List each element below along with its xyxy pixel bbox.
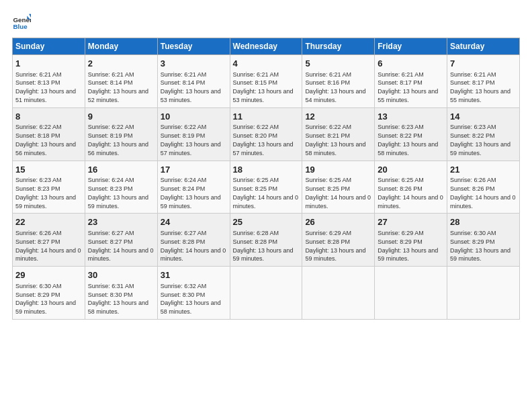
calendar-cell: 6Sunrise: 6:21 AMSunset: 8:17 PMDaylight…: [375, 55, 447, 108]
calendar-cell: 24Sunrise: 6:27 AMSunset: 8:28 PMDayligh…: [157, 214, 230, 267]
calendar-cell: 29Sunrise: 6:30 AMSunset: 8:29 PMDayligh…: [13, 267, 85, 320]
calendar-header: SundayMondayTuesdayWednesdayThursdayFrid…: [13, 38, 520, 55]
calendar-cell: 28Sunrise: 6:30 AMSunset: 8:29 PMDayligh…: [447, 214, 520, 267]
header-row: SundayMondayTuesdayWednesdayThursdayFrid…: [13, 38, 520, 55]
day-info: Sunrise: 6:30 AMSunset: 8:29 PMDaylight:…: [15, 283, 76, 315]
day-number: 16: [88, 164, 154, 176]
day-number: 13: [378, 111, 444, 123]
calendar-cell: 14Sunrise: 6:23 AMSunset: 8:22 PMDayligh…: [447, 107, 520, 161]
calendar-page: General Blue SundayMondayTuesdayWednesda…: [0, 0, 532, 326]
day-number: 22: [15, 216, 82, 228]
day-info: Sunrise: 6:22 AMSunset: 8:19 PMDaylight:…: [88, 124, 148, 156]
day-number: 11: [233, 111, 300, 123]
calendar-cell: 20Sunrise: 6:25 AMSunset: 8:26 PMDayligh…: [375, 161, 447, 214]
calendar-cell: 23Sunrise: 6:27 AMSunset: 8:27 PMDayligh…: [85, 214, 157, 267]
calendar-cell: [447, 267, 520, 320]
day-info: Sunrise: 6:23 AMSunset: 8:22 PMDaylight:…: [450, 124, 511, 156]
day-number: 27: [378, 216, 444, 228]
day-info: Sunrise: 6:30 AMSunset: 8:29 PMDaylight:…: [450, 230, 511, 262]
day-info: Sunrise: 6:29 AMSunset: 8:28 PMDaylight:…: [305, 230, 365, 262]
day-info: Sunrise: 6:23 AMSunset: 8:22 PMDaylight:…: [378, 124, 438, 156]
calendar-cell: 3Sunrise: 6:21 AMSunset: 8:14 PMDaylight…: [157, 55, 230, 108]
calendar-cell: 2Sunrise: 6:21 AMSunset: 8:14 PMDaylight…: [85, 55, 157, 108]
day-info: Sunrise: 6:21 AMSunset: 8:14 PMDaylight:…: [88, 71, 148, 103]
calendar-cell: [375, 267, 447, 320]
calendar-cell: 10Sunrise: 6:22 AMSunset: 8:19 PMDayligh…: [157, 107, 230, 161]
calendar-cell: 22Sunrise: 6:26 AMSunset: 8:27 PMDayligh…: [13, 214, 85, 267]
day-number: 20: [378, 164, 444, 176]
calendar-cell: 17Sunrise: 6:24 AMSunset: 8:24 PMDayligh…: [157, 161, 230, 214]
day-info: Sunrise: 6:25 AMSunset: 8:25 PMDaylight:…: [233, 177, 299, 209]
day-info: Sunrise: 6:22 AMSunset: 8:19 PMDaylight:…: [161, 124, 221, 156]
day-number: 1: [15, 58, 82, 70]
header-cell-monday: Monday: [85, 38, 157, 55]
calendar-cell: 19Sunrise: 6:25 AMSunset: 8:25 PMDayligh…: [302, 161, 375, 214]
logo-icon: General Blue: [12, 12, 31, 31]
day-info: Sunrise: 6:21 AMSunset: 8:17 PMDaylight:…: [378, 71, 438, 103]
day-info: Sunrise: 6:25 AMSunset: 8:26 PMDaylight:…: [378, 177, 443, 209]
calendar-cell: 12Sunrise: 6:22 AMSunset: 8:21 PMDayligh…: [302, 107, 375, 161]
day-info: Sunrise: 6:26 AMSunset: 8:27 PMDaylight:…: [15, 230, 81, 262]
day-number: 5: [305, 58, 371, 70]
header-cell-friday: Friday: [375, 38, 447, 55]
day-number: 31: [161, 269, 227, 281]
header-cell-saturday: Saturday: [447, 38, 520, 55]
day-number: 25: [233, 216, 300, 228]
day-number: 12: [305, 111, 371, 123]
day-info: Sunrise: 6:27 AMSunset: 8:27 PMDaylight:…: [88, 230, 154, 262]
day-info: Sunrise: 6:26 AMSunset: 8:26 PMDaylight:…: [450, 177, 516, 209]
day-number: 28: [450, 216, 517, 228]
day-number: 4: [233, 58, 300, 70]
calendar-cell: 13Sunrise: 6:23 AMSunset: 8:22 PMDayligh…: [375, 107, 447, 161]
calendar-cell: 27Sunrise: 6:29 AMSunset: 8:29 PMDayligh…: [375, 214, 447, 267]
day-number: 3: [161, 58, 227, 70]
day-number: 26: [305, 216, 371, 228]
calendar-body: 1Sunrise: 6:21 AMSunset: 8:13 PMDaylight…: [13, 55, 520, 320]
day-info: Sunrise: 6:21 AMSunset: 8:13 PMDaylight:…: [15, 71, 76, 103]
day-number: 2: [88, 58, 154, 70]
day-number: 15: [15, 164, 82, 176]
calendar-cell: 16Sunrise: 6:24 AMSunset: 8:23 PMDayligh…: [85, 161, 157, 214]
calendar-cell: 11Sunrise: 6:22 AMSunset: 8:20 PMDayligh…: [230, 107, 302, 161]
day-number: 29: [15, 269, 82, 281]
week-row-5: 29Sunrise: 6:30 AMSunset: 8:29 PMDayligh…: [13, 267, 520, 320]
day-number: 6: [378, 58, 444, 70]
day-number: 24: [161, 216, 227, 228]
calendar-table: SundayMondayTuesdayWednesdayThursdayFrid…: [12, 38, 520, 320]
day-number: 8: [15, 111, 82, 123]
day-number: 19: [305, 164, 371, 176]
day-number: 9: [88, 111, 154, 123]
calendar-cell: 26Sunrise: 6:29 AMSunset: 8:28 PMDayligh…: [302, 214, 375, 267]
day-info: Sunrise: 6:22 AMSunset: 8:21 PMDaylight:…: [305, 124, 365, 156]
calendar-cell: 31Sunrise: 6:32 AMSunset: 8:30 PMDayligh…: [157, 267, 230, 320]
day-info: Sunrise: 6:21 AMSunset: 8:16 PMDaylight:…: [305, 71, 365, 103]
calendar-cell: 9Sunrise: 6:22 AMSunset: 8:19 PMDaylight…: [85, 107, 157, 161]
day-number: 23: [88, 216, 154, 228]
week-row-4: 22Sunrise: 6:26 AMSunset: 8:27 PMDayligh…: [13, 214, 520, 267]
day-info: Sunrise: 6:28 AMSunset: 8:28 PMDaylight:…: [233, 230, 294, 262]
day-info: Sunrise: 6:22 AMSunset: 8:18 PMDaylight:…: [15, 124, 76, 156]
day-number: 7: [450, 58, 517, 70]
calendar-cell: 25Sunrise: 6:28 AMSunset: 8:28 PMDayligh…: [230, 214, 302, 267]
header-cell-tuesday: Tuesday: [157, 38, 230, 55]
logo: General Blue: [12, 12, 34, 31]
day-info: Sunrise: 6:22 AMSunset: 8:20 PMDaylight:…: [233, 124, 294, 156]
day-info: Sunrise: 6:21 AMSunset: 8:17 PMDaylight:…: [450, 71, 511, 103]
day-info: Sunrise: 6:29 AMSunset: 8:29 PMDaylight:…: [378, 230, 438, 262]
day-number: 10: [161, 111, 227, 123]
day-info: Sunrise: 6:31 AMSunset: 8:30 PMDaylight:…: [88, 283, 148, 315]
header-cell-wednesday: Wednesday: [230, 38, 302, 55]
calendar-cell: 21Sunrise: 6:26 AMSunset: 8:26 PMDayligh…: [447, 161, 520, 214]
day-info: Sunrise: 6:27 AMSunset: 8:28 PMDaylight:…: [161, 230, 226, 262]
calendar-cell: 7Sunrise: 6:21 AMSunset: 8:17 PMDaylight…: [447, 55, 520, 108]
calendar-cell: 8Sunrise: 6:22 AMSunset: 8:18 PMDaylight…: [13, 107, 85, 161]
day-number: 18: [233, 164, 300, 176]
calendar-cell: 4Sunrise: 6:21 AMSunset: 8:15 PMDaylight…: [230, 55, 302, 108]
header: General Blue: [12, 12, 520, 31]
week-row-2: 8Sunrise: 6:22 AMSunset: 8:18 PMDaylight…: [13, 107, 520, 161]
day-info: Sunrise: 6:24 AMSunset: 8:23 PMDaylight:…: [88, 177, 148, 209]
calendar-cell: 18Sunrise: 6:25 AMSunset: 8:25 PMDayligh…: [230, 161, 302, 214]
day-info: Sunrise: 6:21 AMSunset: 8:14 PMDaylight:…: [161, 71, 221, 103]
day-number: 21: [450, 164, 517, 176]
calendar-cell: 5Sunrise: 6:21 AMSunset: 8:16 PMDaylight…: [302, 55, 375, 108]
